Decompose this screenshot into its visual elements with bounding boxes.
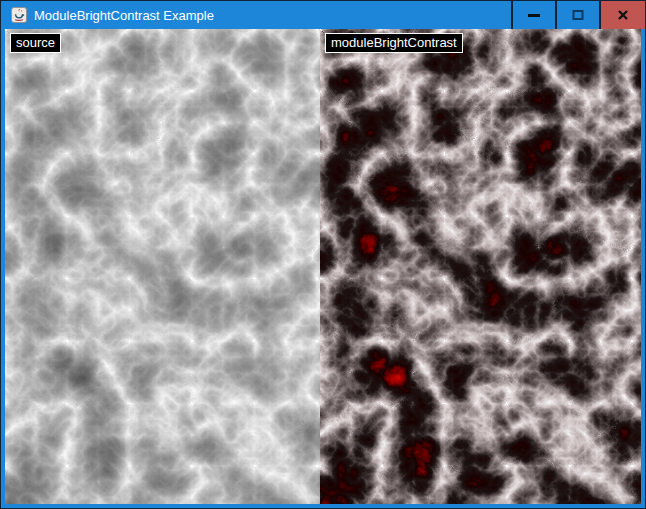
java-coffee-cup-icon [11,7,27,23]
close-icon [617,9,629,21]
titlebar[interactable]: ModuleBrightContrast Example [1,1,645,29]
close-button[interactable] [599,1,645,29]
module-bright-contrast-label: moduleBrightContrast [325,33,463,53]
app-window: ModuleBrightContrast Example [0,0,646,509]
content-area: source moduleBrightCont [1,29,645,508]
maximize-button[interactable] [555,1,599,29]
module-bright-contrast-panel: moduleBrightContrast [320,29,641,504]
module-bright-contrast-image [320,29,641,504]
minimize-icon [528,14,540,17]
maximize-icon [572,9,584,21]
window-title: ModuleBrightContrast Example [34,8,511,23]
minimize-button[interactable] [511,1,555,29]
source-label: source [10,33,61,53]
window-controls [511,1,645,29]
source-noise-image [5,29,320,504]
source-image-panel: source [5,29,320,504]
